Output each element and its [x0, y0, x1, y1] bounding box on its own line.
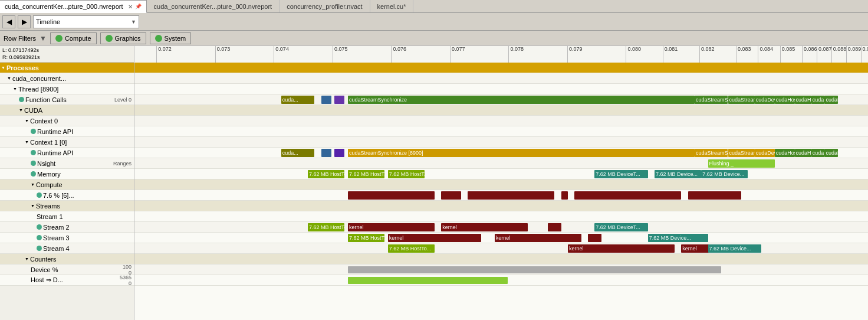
timeline-bar[interactable]: cudaDevi...: [755, 149, 775, 157]
expand-icon[interactable]: ▼: [25, 140, 29, 144]
time-left: L: 0.07137492s: [2, 47, 131, 54]
timeline-bar[interactable]: cudaStreamSyn...: [728, 96, 755, 104]
tab-close-btn[interactable]: ✕: [128, 4, 133, 10]
expand-icon[interactable]: ▼: [19, 108, 23, 112]
timeline-bar[interactable]: cuda...: [281, 149, 315, 157]
timeline-bar[interactable]: [561, 191, 568, 200]
timeline-bar[interactable]: kernel: [348, 223, 435, 231]
forward-button[interactable]: ▶: [18, 15, 31, 28]
tree-row-11[interactable]: ▼Compute: [0, 179, 134, 190]
timeline-bar[interactable]: kernel: [495, 234, 581, 242]
expand-icon[interactable]: ▼: [13, 87, 17, 91]
tree-row-9[interactable]: NsightRanges: [0, 158, 134, 169]
timeline-bar[interactable]: [548, 223, 561, 231]
timeline-bar[interactable]: 7.62 MB HostTo...: [308, 223, 344, 231]
graphics-icon: [106, 35, 113, 42]
timeline-bar[interactable]: kernel: [441, 223, 528, 231]
tree-row-1[interactable]: ▼cuda_concurrent...: [0, 73, 134, 84]
graphics-filter-btn[interactable]: Graphics: [100, 32, 146, 44]
timeline-bar[interactable]: [588, 234, 601, 242]
timeline-bar[interactable]: 7.62 MB Device...: [701, 170, 748, 178]
timeline-bar[interactable]: [321, 149, 331, 157]
timeline-bar[interactable]: [441, 191, 461, 200]
timeline-bar[interactable]: cudaStreamSyn...: [695, 149, 728, 157]
timeline-bar[interactable]: 7.62 MB Device...: [655, 170, 701, 178]
dropdown-label: Timeline: [36, 18, 60, 25]
tree-row-7[interactable]: ▼Context 1 [0]: [0, 137, 134, 148]
tab-active[interactable]: cuda_concurrentKer...pture_000.nvreport …: [0, 0, 147, 13]
filter-dot-icon: [37, 192, 42, 198]
timeline-bar[interactable]: [348, 277, 508, 284]
timeline-bar[interactable]: cuda...: [811, 149, 825, 157]
tree-row-16[interactable]: Stream 3: [0, 233, 134, 243]
system-icon: [155, 35, 162, 42]
timeline-bar[interactable]: 7.62 MB Device...: [648, 234, 708, 242]
timeline-bar[interactable]: cudaStreamSynchronize: [348, 96, 695, 104]
tl-row-1: [134, 73, 868, 84]
tree-label: Stream 2: [43, 224, 131, 231]
system-filter-btn[interactable]: System: [150, 32, 192, 44]
tree-row-5[interactable]: ▼Context 0: [0, 116, 134, 126]
expand-icon[interactable]: ▼: [25, 119, 29, 123]
tree-row-3[interactable]: Function CallsLevel 0: [0, 94, 134, 105]
timeline-bar[interactable]: cuda...: [811, 96, 825, 104]
filter-dot-icon: [37, 235, 42, 240]
timeline-bar[interactable]: cudaHost...: [775, 149, 795, 157]
tree-row-0[interactable]: ▼Processes: [0, 63, 134, 73]
timeline-bar[interactable]: cudaHost...: [775, 96, 795, 104]
tl-row-15: 7.62 MB HostTo...kernelkernel7.62 MB Dev…: [134, 222, 868, 233]
expand-icon[interactable]: ▼: [7, 76, 11, 80]
tree-row-12[interactable]: 7.6 % [6]...: [0, 190, 134, 201]
timeline-bar[interactable]: kernel: [388, 234, 481, 242]
tree-row-15[interactable]: Stream 2: [0, 222, 134, 233]
tree-extra: Ranges: [113, 161, 131, 166]
timeline-bar[interactable]: [321, 96, 331, 104]
tree-row-18[interactable]: ▼Counters: [0, 254, 134, 265]
timeline-bar[interactable]: cudaHost...: [795, 96, 811, 104]
timeline-bar[interactable]: 7.62 MB DeviceT...: [594, 170, 647, 178]
timeline-bar[interactable]: [348, 191, 435, 200]
timeline-bar[interactable]: 7.62 MB HostT...: [348, 234, 384, 242]
timeline-bar[interactable]: [468, 191, 554, 200]
tree-row-8[interactable]: Runtime API: [0, 148, 134, 158]
tree-row-10[interactable]: Memory: [0, 169, 134, 179]
timeline-bar[interactable]: cudaF...: [824, 149, 838, 157]
timeline-bar[interactable]: [688, 191, 741, 200]
compute-filter-btn[interactable]: Compute: [50, 32, 97, 44]
timeline-bar[interactable]: [334, 149, 344, 157]
timeline-bar[interactable]: cudaDevi...: [755, 96, 775, 104]
back-button[interactable]: ◀: [2, 15, 15, 28]
timeline-bar[interactable]: 7.62 MB HostT...: [388, 170, 425, 178]
tree-row-4[interactable]: ▼CUDA: [0, 105, 134, 116]
tab-inactive-3[interactable]: kernel.cu*: [370, 0, 414, 12]
tree-label: Stream 3: [43, 234, 131, 241]
timeline-bar[interactable]: Flushing _: [708, 159, 775, 168]
timeline-bar[interactable]: kernel: [568, 244, 675, 253]
view-dropdown[interactable]: Timeline ▼: [33, 15, 139, 28]
timeline-bar[interactable]: [334, 96, 344, 104]
tree-row-2[interactable]: ▼Thread [8900]: [0, 84, 134, 94]
timeline-bar[interactable]: cudaStreamSynchronize [8900]: [348, 149, 695, 157]
tree-row-6[interactable]: Runtime API: [0, 126, 134, 137]
timeline-bar[interactable]: 7.62 MB HostT...: [348, 170, 384, 178]
timeline-bar[interactable]: cudaHost...: [795, 149, 811, 157]
timeline-bar[interactable]: 7.62 MB DeviceT...: [594, 223, 647, 231]
timeline-bar[interactable]: cudaStreamSyn...: [728, 149, 755, 157]
timeline-bar[interactable]: cudaStreamSyn...: [695, 96, 728, 104]
tree-row-13[interactable]: ▼Streams: [0, 201, 134, 211]
timeline-bar[interactable]: cudaF...: [824, 96, 838, 104]
tree-row-17[interactable]: Stream 4: [0, 243, 134, 254]
timeline-bar[interactable]: [574, 191, 681, 200]
expand-icon[interactable]: ▼: [1, 66, 5, 70]
timeline-bar[interactable]: [348, 266, 721, 273]
expand-icon[interactable]: ▼: [31, 182, 35, 187]
tab-inactive-2[interactable]: concurrency_profiler.nvact: [280, 0, 370, 12]
timeline-panel[interactable]: cuda...cudaStreamSynchronizecudaStreamSy…: [134, 63, 868, 320]
tab-inactive-1[interactable]: cuda_concurrentKer...pture_000.nvreport: [147, 0, 280, 12]
expand-icon[interactable]: ▼: [31, 204, 35, 208]
timeline-bar[interactable]: 7.62 MB HostTo...: [308, 170, 344, 178]
expand-icon[interactable]: ▼: [25, 257, 29, 261]
timeline-bar[interactable]: cuda...: [281, 96, 315, 104]
timeline-bar[interactable]: 7.62 MB Device...: [708, 244, 761, 253]
timeline-bar[interactable]: 7.62 MB HostTo...: [388, 244, 435, 253]
